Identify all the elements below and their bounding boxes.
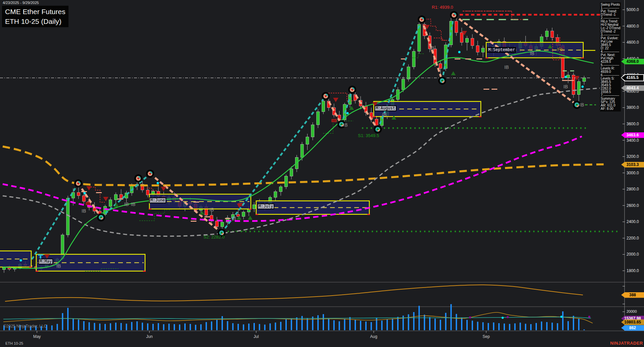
chart-canvas[interactable]	[0, 0, 644, 347]
ninjatrader-chart-window: 4/23/2025 - 9/29/2025 CME Ether Futures …	[0, 0, 644, 347]
